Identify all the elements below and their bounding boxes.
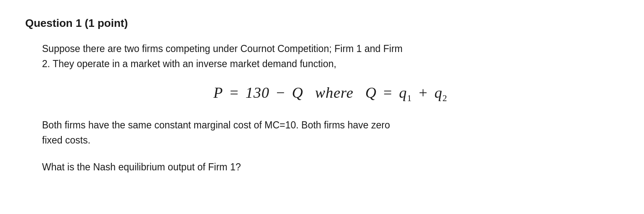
cost-line2: fixed costs.: [42, 135, 90, 146]
intro-line1: Suppose there are two firms competing un…: [42, 43, 403, 54]
question-header: Question 1 (1 point): [25, 17, 619, 30]
cost-paragraph: Both firms have the same constant margin…: [42, 118, 619, 148]
cost-line1: Both firms have the same constant margin…: [42, 120, 390, 130]
question-title: Question 1: [25, 17, 82, 29]
formula-display: P = 130 − Q where Q = q1 + q2: [42, 84, 619, 104]
formula-right: Q = q1 + q2: [365, 84, 447, 101]
formula-left: P = 130 − Q: [214, 84, 308, 101]
question-container: Question 1 (1 point) Suppose there are t…: [25, 17, 619, 175]
question-body: Suppose there are two firms competing un…: [25, 42, 619, 175]
question-weight: (1 point): [85, 17, 128, 29]
formula-where: where: [315, 84, 354, 101]
intro-paragraph: Suppose there are two firms competing un…: [42, 42, 619, 71]
intro-line2: 2. They operate in a market with an inve…: [42, 58, 336, 69]
nash-question-text: What is the Nash equilibrium output of F…: [42, 160, 619, 175]
